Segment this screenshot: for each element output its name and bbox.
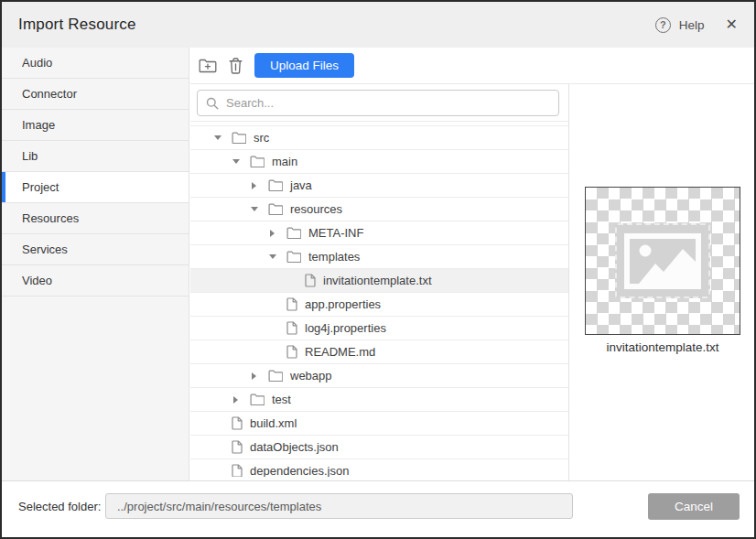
file-icon [232, 440, 243, 454]
search-box [197, 90, 559, 116]
folder-icon [286, 251, 301, 263]
tree-row[interactable]: webapp [190, 364, 568, 388]
sidebar-item-label: Audio [22, 56, 52, 70]
tree-row[interactable]: invitationtemplate.txt [190, 269, 568, 293]
tree-row[interactable]: META-INF [190, 221, 568, 245]
tree-item-label: webapp [290, 364, 332, 387]
folder-icon [232, 132, 246, 144]
new-folder-icon[interactable] [199, 58, 217, 73]
caret-right-icon[interactable] [267, 230, 277, 237]
tree-item-label: main [272, 150, 297, 173]
sidebar-item-image[interactable]: Image [2, 110, 189, 141]
file-icon [232, 464, 243, 477]
tree-item-label: dependencies.json [250, 459, 349, 477]
caret-right-icon[interactable] [249, 372, 259, 380]
delete-icon[interactable] [229, 58, 243, 74]
tree-item-label: resources [290, 198, 342, 221]
file-icon [286, 345, 297, 359]
file-icon [232, 416, 243, 430]
dialog-header: Import Resource ? Help ✕ [2, 2, 754, 48]
caret-down-icon[interactable] [249, 207, 259, 211]
folder-icon [250, 156, 265, 167]
tree-row[interactable]: build.xml [190, 412, 568, 436]
tree-item-label: java [290, 174, 312, 197]
file-icon [286, 321, 297, 335]
sidebar-item-services[interactable]: Services [2, 234, 189, 265]
tree-row[interactable]: log4j.properties [190, 317, 568, 340]
caret-down-icon[interactable] [212, 135, 222, 140]
tree-item-label: build.xml [250, 412, 297, 435]
tree-row[interactable]: dataObjects.json [190, 436, 568, 459]
sidebar-item-label: Project [22, 180, 59, 194]
dialog-footer: Selected folder: Cancel [2, 480, 754, 537]
close-icon[interactable]: ✕ [726, 17, 738, 32]
tree-item-label: README.md [305, 340, 375, 363]
caret-right-icon[interactable] [231, 396, 241, 404]
sidebar-item-label: Lib [22, 149, 38, 163]
file-icon [305, 274, 316, 287]
sidebar-item-label: Services [22, 243, 68, 256]
search-icon [206, 97, 219, 110]
tree-row[interactable]: app.properties [190, 293, 568, 317]
selected-folder-label: Selected folder: [18, 500, 101, 513]
sidebar-item-label: Connector [22, 87, 77, 101]
folder-icon [268, 203, 283, 215]
sidebar-item-audio[interactable]: Audio [2, 48, 189, 79]
caret-right-icon[interactable] [249, 182, 259, 189]
tree-item-label: templates [308, 245, 360, 268]
tree-item-label: app.properties [305, 293, 381, 316]
sidebar-item-video[interactable]: Video [2, 265, 189, 296]
sidebar-item-label: Image [22, 118, 55, 132]
caret-down-icon[interactable] [231, 159, 241, 164]
upload-files-button[interactable]: Upload Files [254, 53, 354, 78]
tree-item-label: dataObjects.json [250, 436, 339, 458]
help-link[interactable]: Help [679, 18, 705, 32]
tree-row[interactable]: src [190, 126, 568, 150]
sidebar-item-connector[interactable]: Connector [2, 79, 189, 110]
folder-icon [250, 393, 265, 405]
folder-icon [286, 227, 301, 239]
sidebar-item-project[interactable]: Project [2, 172, 189, 203]
file-toolbar: Upload Files [190, 48, 754, 83]
tree-item-label: test [272, 388, 291, 411]
file-icon [286, 297, 297, 311]
folder-icon [268, 370, 283, 382]
caret-down-icon[interactable] [267, 254, 277, 259]
selected-folder-input[interactable] [105, 493, 573, 519]
tree-row[interactable]: java [190, 174, 568, 198]
search-input[interactable] [226, 96, 558, 110]
page-title: Import Resource [18, 16, 136, 34]
folder-icon [268, 179, 283, 191]
sidebar-item-resources[interactable]: Resources [2, 203, 189, 234]
sidebar-item-label: Video [22, 274, 52, 287]
tree-item-label: src [254, 126, 269, 149]
tree-row[interactable]: test [190, 388, 568, 412]
panel-divider [568, 84, 569, 480]
help-icon[interactable]: ? [655, 17, 671, 33]
toolbar-divider [190, 83, 754, 84]
preview-filename: invitationtemplate.txt [569, 340, 756, 354]
tree-row[interactable]: README.md [190, 340, 568, 364]
tree-row[interactable]: templates [190, 245, 568, 269]
cancel-button[interactable]: Cancel [648, 493, 740, 520]
tree-item-label: META-INF [308, 221, 363, 244]
preview-thumbnail [585, 187, 740, 335]
tree-row[interactable]: main [190, 150, 568, 174]
tree-row[interactable]: resources [190, 198, 568, 221]
sidebar-item-lib[interactable]: Lib [2, 141, 189, 172]
tree-item-label: log4j.properties [305, 317, 386, 340]
header-actions: ? Help ✕ [655, 2, 738, 48]
image-placeholder-icon [615, 223, 710, 298]
import-resource-dialog: Import Resource ? Help ✕ Audio Connector… [0, 0, 756, 539]
file-tree: src main [190, 121, 568, 477]
tree-item-label: invitationtemplate.txt [323, 269, 432, 292]
tree-row[interactable]: dependencies.json [190, 459, 568, 477]
sidebar-item-label: Resources [22, 211, 79, 225]
category-sidebar: Audio Connector Image Lib Project Resour… [2, 48, 189, 480]
